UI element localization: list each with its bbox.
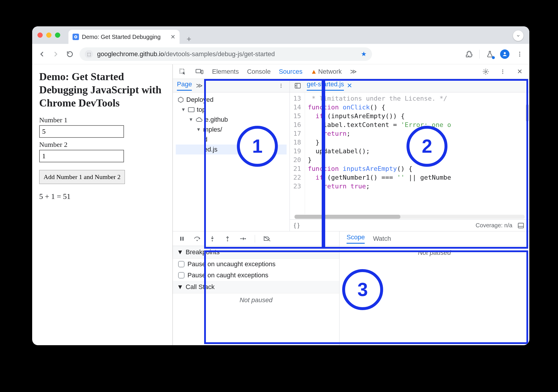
coverage-status: Coverage: n/a bbox=[476, 222, 512, 229]
scope-pane: Scope Watch Not paused bbox=[340, 231, 529, 345]
breakpoints-header[interactable]: ▼Breakpoints bbox=[173, 246, 339, 259]
tree-file-html[interactable]: d bbox=[176, 135, 287, 145]
pause-icon[interactable] bbox=[178, 234, 186, 243]
svg-rect-8 bbox=[201, 70, 203, 74]
navigator-more-tabs-icon[interactable]: ≫ bbox=[196, 82, 203, 90]
labs-icon[interactable] bbox=[485, 50, 494, 59]
svg-rect-7 bbox=[196, 69, 201, 73]
svg-rect-20 bbox=[182, 237, 184, 240]
tab-sources[interactable]: Sources bbox=[279, 68, 302, 75]
svg-rect-16 bbox=[188, 108, 194, 112]
browser-tab[interactable]: Demo: Get Started Debugging ✕ bbox=[68, 30, 180, 44]
bookmark-star-icon[interactable]: ★ bbox=[361, 50, 367, 58]
tree-file-js[interactable]: ed.js bbox=[176, 145, 287, 154]
reload-button[interactable] bbox=[66, 50, 74, 59]
tab-title: Demo: Get Started Debugging bbox=[82, 34, 168, 40]
navigator-menu-icon[interactable] bbox=[277, 81, 285, 90]
num1-input[interactable] bbox=[39, 125, 124, 138]
code-line-13: * limitations under the License. */ bbox=[308, 95, 447, 102]
svg-point-14 bbox=[281, 85, 282, 86]
pause-caught-checkbox[interactable]: Pause on caught exceptions bbox=[173, 270, 339, 281]
svg-point-23 bbox=[227, 240, 228, 241]
tree-origin[interactable]: ▼e.github bbox=[176, 115, 287, 125]
close-devtools-icon[interactable]: ✕ bbox=[515, 67, 524, 76]
settings-gear-icon[interactable] bbox=[481, 67, 490, 76]
scope-not-paused: Not paused bbox=[340, 246, 529, 259]
maximize-window-icon[interactable] bbox=[55, 32, 60, 38]
window-controls bbox=[37, 26, 64, 44]
extensions-icon[interactable] bbox=[465, 50, 473, 59]
pretty-print-icon[interactable]: { } bbox=[294, 222, 299, 229]
forward-button[interactable] bbox=[51, 50, 60, 59]
tab-elements[interactable]: Elements bbox=[212, 68, 239, 75]
new-tab-button[interactable]: ＋ bbox=[184, 33, 194, 44]
svg-point-10 bbox=[502, 69, 503, 70]
cloud-icon bbox=[196, 117, 203, 122]
tab-console[interactable]: Console bbox=[247, 68, 271, 75]
tab-network[interactable]: ▲Network bbox=[311, 68, 342, 75]
tabstrip: Demo: Get Started Debugging ✕ ＋ bbox=[32, 26, 529, 44]
warning-icon: ▲ bbox=[311, 68, 317, 75]
add-button[interactable]: Add Number 1 and Number 2 bbox=[39, 170, 125, 184]
tree-top[interactable]: ▼top bbox=[176, 105, 287, 115]
tab-search-button[interactable] bbox=[513, 30, 523, 41]
navigator-tab-page[interactable]: Page bbox=[177, 80, 192, 91]
site-settings-icon[interactable]: ⬚ bbox=[85, 50, 93, 58]
minimize-window-icon[interactable] bbox=[46, 32, 51, 38]
close-file-icon[interactable]: ✕ bbox=[347, 82, 352, 90]
callstack-header[interactable]: ▼Call Stack bbox=[173, 281, 339, 293]
chevron-down-icon: ▼ bbox=[181, 107, 186, 112]
code-line-20: } bbox=[308, 156, 312, 164]
toolbar-divider bbox=[479, 50, 480, 59]
deactivate-breakpoints-icon[interactable] bbox=[263, 234, 271, 243]
tree-deployed[interactable]: Deployed bbox=[176, 95, 287, 105]
step-icon[interactable] bbox=[238, 234, 247, 243]
back-button[interactable] bbox=[37, 50, 46, 59]
svg-rect-18 bbox=[518, 223, 523, 228]
code-line-16: label.textContent = 'Error: one o bbox=[308, 121, 451, 128]
svg-rect-19 bbox=[180, 237, 181, 240]
tab-scope[interactable]: Scope bbox=[347, 233, 365, 244]
svg-point-3 bbox=[519, 51, 520, 53]
svg-point-11 bbox=[502, 71, 503, 72]
horizontal-scrollbar[interactable] bbox=[294, 215, 525, 219]
editor-file-tab[interactable]: get-started.js✕ bbox=[307, 80, 352, 91]
devtools-menu-icon[interactable] bbox=[498, 67, 507, 76]
num2-input[interactable] bbox=[39, 150, 124, 162]
step-out-icon[interactable] bbox=[223, 234, 232, 243]
toggle-navigator-icon[interactable] bbox=[293, 81, 302, 90]
code-area[interactable]: * limitations under the License. */ func… bbox=[305, 92, 530, 214]
chevron-down-icon: ▼ bbox=[189, 117, 193, 122]
vertical-scrollbar[interactable] bbox=[526, 104, 529, 122]
tree-folder[interactable]: ▼mples/ bbox=[176, 125, 287, 135]
code-line-18: } bbox=[308, 139, 320, 146]
device-toggle-icon[interactable] bbox=[195, 67, 204, 76]
profile-avatar[interactable] bbox=[500, 49, 509, 59]
chrome-favicon-icon bbox=[73, 34, 79, 40]
code-line-14: function onClick() { bbox=[308, 104, 385, 111]
frame-icon bbox=[188, 107, 194, 112]
close-tab-icon[interactable]: ✕ bbox=[170, 33, 175, 40]
close-window-icon[interactable] bbox=[37, 32, 43, 38]
num1-label: Number 1 bbox=[39, 116, 165, 124]
svg-point-1 bbox=[75, 36, 77, 38]
browser-toolbar: ⬚ googlechrome.github.io/devtools-sample… bbox=[32, 44, 529, 64]
chrome-menu-icon[interactable] bbox=[515, 50, 524, 59]
svg-point-24 bbox=[245, 238, 246, 239]
result-text: 5 + 1 = 51 bbox=[39, 192, 165, 201]
address-bar[interactable]: ⬚ googlechrome.github.io/devtools-sample… bbox=[80, 47, 372, 61]
demo-page: Demo: Get Started Debugging JavaScript w… bbox=[32, 64, 173, 345]
code-line-17: return; bbox=[308, 130, 351, 137]
step-over-icon[interactable] bbox=[193, 234, 202, 243]
url-text: googlechrome.github.io/devtools-samples/… bbox=[97, 50, 357, 58]
chevron-down-icon: ▼ bbox=[177, 248, 183, 256]
page-heading: Demo: Get Started Debugging JavaScript w… bbox=[39, 70, 165, 110]
show-console-icon[interactable] bbox=[516, 221, 525, 230]
step-into-icon[interactable] bbox=[208, 234, 217, 243]
code-line-21: function inputsAreEmpty() { bbox=[308, 165, 413, 172]
tab-watch[interactable]: Watch bbox=[373, 235, 391, 243]
code-line-22: if (getNumber1() === '' || getNumbe bbox=[308, 174, 451, 181]
inspect-element-icon[interactable] bbox=[178, 67, 187, 76]
more-tabs-icon[interactable]: ≫ bbox=[350, 68, 357, 75]
pause-uncaught-checkbox[interactable]: Pause on uncaught exceptions bbox=[173, 259, 339, 270]
